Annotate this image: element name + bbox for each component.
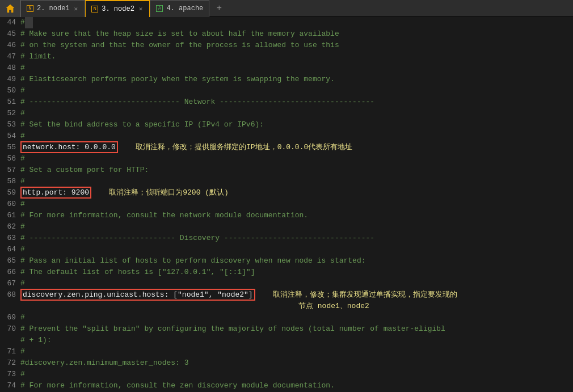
line-65: 65 # Pass an initial list of hosts to pe… xyxy=(0,255,573,267)
line-51: 51 # ---------------------------------- … xyxy=(0,96,573,108)
line-74: 74 # For more information, consult the z… xyxy=(0,380,573,391)
line-57: 57 # Set a custom port for HTTP: xyxy=(0,165,573,176)
tab-node1-label: 2. node1 xyxy=(37,5,70,12)
line-48: 48 # xyxy=(0,62,573,74)
line-55: 55 network.host: 0.0.0.0 取消注释，修改；提供服务绑定的… xyxy=(0,142,573,153)
network-host-annotation: 取消注释，修改；提供服务绑定的IP地址，0.0.0.0代表所有地址 xyxy=(136,143,352,151)
line-59: 59 http.port: 9200 取消注释；侦听端口为9200 (默认) xyxy=(0,187,573,199)
line-62: 62 # xyxy=(0,221,573,233)
tab-bar: N 2. node1 ✕ N 3. node2 ✕ A 4. apache + xyxy=(0,0,573,17)
line-73: 73 # xyxy=(0,369,573,380)
line-66: 66 # The default list of hosts is ["127.… xyxy=(0,267,573,278)
line-46: 46 # on the system and that the owner of… xyxy=(0,40,573,51)
line-61: 61 # For more information, consult the n… xyxy=(0,210,573,221)
line-54: 54 # xyxy=(0,130,573,142)
line-63: 63 # --------------------------------- D… xyxy=(0,233,573,244)
line-58: 58 # xyxy=(0,176,573,187)
line-44: 44 # xyxy=(0,17,573,28)
discovery-hosts-annotation-line1: 取消注释，修改；集群发现通过单播实现，指定要发现的 xyxy=(273,290,457,299)
tab-node2-label: 3. node2 xyxy=(102,5,134,13)
line-47: 47 # limit. xyxy=(0,51,573,62)
line-70-cont: # + 1): xyxy=(0,335,573,346)
tab-node1-close[interactable]: ✕ xyxy=(73,5,79,13)
line-72: 72 #discovery.zen.minimum_master_nodes: … xyxy=(0,357,573,369)
line-56: 56 # xyxy=(0,153,573,165)
app-container: N 2. node1 ✕ N 3. node2 ✕ A 4. apache + … xyxy=(0,0,573,392)
tab-node1[interactable]: N 2. node1 ✕ xyxy=(20,0,85,17)
line-70: 70 # Prevent the "split brain" by config… xyxy=(0,323,573,335)
code-editor[interactable]: 44 # 45 # Make sure that the heap size i… xyxy=(0,17,573,392)
tab-node2[interactable]: N 3. node2 ✕ xyxy=(85,0,150,17)
line-71: 71 # xyxy=(0,346,573,357)
home-button[interactable] xyxy=(0,0,20,17)
line-45: 45 # Make sure that the heap size is set… xyxy=(0,28,573,40)
line-50: 50 # xyxy=(0,85,573,96)
add-tab-button[interactable]: + xyxy=(212,2,226,15)
discovery-hosts-value: discovery.zen.ping.unicast.hosts: ["node… xyxy=(20,289,255,301)
http-port-annotation: 取消注释；侦听端口为9200 (默认) xyxy=(109,188,229,197)
tab-apache[interactable]: A 4. apache xyxy=(150,0,209,17)
tab-node1-icon: N xyxy=(27,5,33,12)
line-68-annotation2: 节点 node1、node2 xyxy=(0,301,573,312)
tab-apache-icon: A xyxy=(156,5,163,12)
line-64: 64 # xyxy=(0,244,573,255)
line-69: 69 # xyxy=(0,312,573,323)
tab-node2-icon: N xyxy=(91,6,98,12)
line-53: 53 # Set the bind address to a specific … xyxy=(0,119,573,130)
http-port-value: http.port: 9200 xyxy=(20,187,91,199)
line-67: 67 # xyxy=(0,278,573,289)
line-68: 68 discovery.zen.ping.unicast.hosts: ["n… xyxy=(0,289,573,301)
line-60: 60 # xyxy=(0,199,573,210)
discovery-hosts-annotation-line2: 节点 node1、node2 xyxy=(298,302,369,310)
tab-node2-close[interactable]: ✕ xyxy=(138,5,144,13)
line-49: 49 # Elasticsearch performs poorly when … xyxy=(0,74,573,85)
tab-apache-label: 4. apache xyxy=(166,5,203,12)
network-host-value: network.host: 0.0.0.0 xyxy=(20,141,118,153)
line-52: 52 # xyxy=(0,108,573,119)
